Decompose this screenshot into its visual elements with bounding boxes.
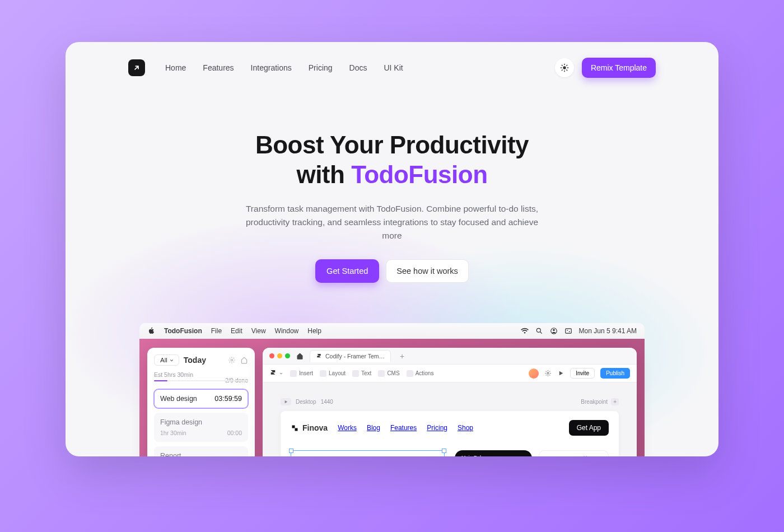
framer-window: Codify - Framer Tem… + Insert Layout Tex… — [263, 348, 637, 456]
remix-template-button[interactable]: Remix Template — [582, 58, 656, 78]
browser-tab[interactable]: Codify - Framer Tem… — [310, 350, 391, 362]
control-center-icon — [564, 327, 572, 335]
menubar-window[interactable]: Window — [275, 327, 299, 335]
menubar-app-name: TodoFusion — [164, 327, 202, 335]
hero-title: Boost Your Productivity with TodoFusion — [99, 130, 685, 190]
invite-button[interactable]: Invite — [570, 368, 595, 379]
framer-menu[interactable] — [269, 370, 283, 377]
hero-section: Boost Your Productivity with TodoFusion … — [66, 78, 718, 283]
chevron-down-icon — [169, 358, 174, 363]
todo-item-name: Report — [160, 452, 181, 456]
avatar[interactable] — [529, 368, 539, 379]
svg-line-5 — [562, 65, 562, 66]
breakpoint-label: Breakpoint — [581, 399, 608, 405]
page-header: Home Features Integrations Pricing Docs … — [66, 42, 718, 78]
framer-icon — [316, 353, 322, 360]
framer-icon — [269, 370, 277, 377]
play-icon[interactable] — [557, 370, 564, 377]
svg-point-12 — [553, 329, 555, 332]
traffic-lights[interactable] — [269, 353, 290, 358]
search-icon — [535, 327, 543, 335]
menubar-edit[interactable]: Edit — [231, 327, 242, 335]
selected-element[interactable]: Customize everything Versatile Solution — [291, 450, 445, 456]
toolbar-actions[interactable]: Actions — [407, 370, 434, 377]
svg-line-7 — [562, 70, 562, 71]
nav-integrations[interactable]: Integrations — [251, 63, 292, 72]
gear-icon[interactable] — [544, 370, 552, 377]
new-tab-button[interactable]: + — [400, 352, 404, 361]
sun-icon — [560, 63, 569, 72]
publish-button[interactable]: Publish — [600, 368, 630, 379]
get-started-button[interactable]: Get Started — [315, 259, 379, 283]
theme-toggle-button[interactable] — [555, 58, 574, 77]
svg-line-6 — [567, 70, 567, 71]
apple-icon — [147, 327, 155, 335]
svg-line-8 — [567, 65, 567, 66]
product-screenshot: TodoFusion File Edit View Window Help Mo… — [139, 323, 645, 456]
stats-card: Weekly Stats — [539, 450, 609, 456]
svg-rect-13 — [565, 329, 571, 333]
todo-item[interactable]: Web design 03:59:59 — [154, 389, 248, 408]
nav-features[interactable]: Features — [203, 63, 234, 72]
todo-progress-bar — [154, 380, 248, 381]
play-chip[interactable] — [281, 398, 291, 405]
mac-desktop: All Today Est 5hrs 30min 2/9 done Web de… — [139, 339, 645, 456]
todo-item[interactable]: Report 2hr 30min30:00 — [154, 446, 248, 456]
wifi-icon — [521, 327, 529, 335]
hero-subtitle: Transform task management with TodoFusio… — [235, 202, 549, 242]
toolbar-cms[interactable]: CMS — [378, 370, 399, 377]
menubar-view[interactable]: View — [251, 327, 266, 335]
home-icon[interactable] — [296, 352, 304, 360]
menubar-help[interactable]: Help — [307, 327, 321, 335]
site-nav-works[interactable]: Works — [338, 424, 357, 432]
svg-point-17 — [547, 372, 549, 374]
menubar-file[interactable]: File — [211, 327, 222, 335]
svg-line-10 — [540, 332, 542, 334]
site-nav-pricing[interactable]: Pricing — [427, 424, 447, 432]
mac-menubar: TodoFusion File Edit View Window Help Mo… — [139, 323, 645, 339]
canvas-width: 1440 — [321, 399, 333, 405]
site-nav-blog[interactable]: Blog — [367, 424, 380, 432]
site-brand: Finova — [291, 423, 328, 432]
user-icon — [550, 327, 558, 335]
canvas-device-label: Desktop — [296, 399, 316, 405]
menubar-clock: Mon Jun 5 9:41 AM — [579, 327, 637, 335]
site-nav-shop[interactable]: Shop — [458, 424, 473, 432]
toolbar-text[interactable]: Text — [352, 370, 371, 377]
add-breakpoint-button[interactable]: + — [611, 398, 619, 405]
phone-mockup: Main Balance — [455, 450, 532, 456]
browser-tabbar: Codify - Framer Tem… + — [263, 348, 637, 365]
toolbar-layout[interactable]: Layout — [320, 370, 346, 377]
home-icon[interactable] — [240, 356, 248, 364]
nav-pricing[interactable]: Pricing — [309, 63, 333, 72]
nav-uikit[interactable]: UI Kit — [384, 63, 403, 72]
todo-item-name: Web design — [160, 395, 197, 403]
nav-home[interactable]: Home — [165, 63, 186, 72]
todo-item[interactable]: Figma design 1hr 30min00:00 — [154, 413, 248, 442]
see-how-button[interactable]: See how it works — [386, 259, 469, 283]
site-nav-features[interactable]: Features — [390, 424, 417, 432]
nav-docs[interactable]: Docs — [349, 63, 367, 72]
svg-point-9 — [536, 328, 540, 332]
svg-point-15 — [568, 331, 570, 332]
chevron-down-icon — [279, 371, 283, 376]
todo-item-name: Figma design — [160, 418, 202, 426]
svg-point-0 — [563, 66, 566, 69]
svg-point-16 — [231, 359, 233, 361]
svg-point-14 — [567, 330, 568, 331]
primary-nav: Home Features Integrations Pricing Docs … — [165, 63, 403, 72]
arrow-up-right-icon — [133, 64, 141, 72]
framer-canvas: Desktop 1440 Breakpoint + Finova — [263, 382, 637, 456]
gear-icon[interactable] — [228, 356, 236, 364]
brand-mark-icon — [291, 424, 299, 432]
todo-panel: All Today Est 5hrs 30min 2/9 done Web de… — [147, 348, 255, 456]
brand-logo[interactable] — [128, 59, 145, 76]
toolbar-insert[interactable]: Insert — [290, 370, 313, 377]
todo-filter-dropdown[interactable]: All — [154, 354, 179, 366]
todo-item-timer: 03:59:59 — [214, 395, 242, 403]
framer-toolbar: Insert Layout Text CMS Actions Invite Pu… — [263, 365, 637, 382]
website-preview: Finova Works Blog Features Pricing Shop … — [281, 411, 619, 456]
todo-title: Today — [184, 356, 206, 365]
get-app-button[interactable]: Get App — [569, 420, 609, 436]
